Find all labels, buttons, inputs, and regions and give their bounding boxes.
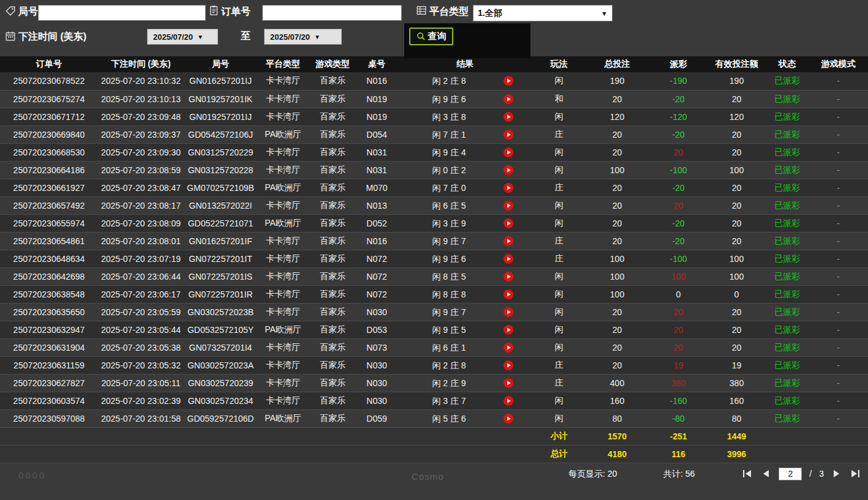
bet-time-cell: 2025-07-20 23:10:32 (98, 72, 184, 90)
video-play-icon[interactable] (504, 94, 513, 104)
table-no-cell: D052 (357, 214, 397, 232)
column-header: 下注时间 (美东) (98, 56, 184, 72)
result-text: 闲 0 庄 2 (397, 162, 501, 179)
video-play-icon[interactable] (504, 147, 513, 157)
game-type-cell: 百家乐 (309, 90, 357, 108)
chevron-down-icon: ▼ (197, 34, 203, 40)
next-page-icon[interactable] (831, 469, 842, 479)
date-from-value: 2025/07/20 (153, 32, 193, 42)
total-bet-cell: 20 (585, 321, 649, 338)
video-play-icon[interactable] (504, 236, 513, 246)
video-play-icon[interactable] (504, 165, 513, 175)
game-type-cell: 百家乐 (309, 250, 357, 267)
platform-type-select[interactable]: 1.全部 ▼ (473, 5, 613, 21)
table-no-cell: N031 (357, 161, 397, 179)
round-cell: GN019257201IJ (184, 108, 257, 125)
video-play-icon[interactable] (504, 289, 513, 299)
date-to-picker[interactable]: 2025/07/20 ▼ (264, 29, 342, 45)
grand-total-spacer-end (766, 445, 868, 463)
table-row: 250720230655974 2025-07-20 23:08:09 GD05… (0, 214, 868, 232)
platform-cell: 卡卡湾厅 (257, 374, 309, 392)
video-play-icon[interactable] (504, 112, 513, 122)
payout-cell: -100 (649, 250, 708, 267)
result-text: 闲 7 庄 1 (397, 126, 501, 144)
order-cell: 250720230655974 (0, 214, 98, 232)
video-play-icon[interactable] (504, 343, 513, 353)
bet-time-cell: 2025-07-20 23:05:44 (98, 321, 184, 338)
platform-type-label: 平台类型 (429, 6, 469, 18)
game-type-cell: 百家乐 (309, 392, 357, 409)
game-mode-cell: - (809, 214, 868, 232)
round-no-label: 局号 (18, 6, 38, 18)
video-play-icon[interactable] (504, 307, 513, 317)
filter-bar: 局号 订单号 平台类型 1.全部 ▼ (0, 0, 868, 56)
order-cell: 250720230631159 (0, 356, 98, 374)
column-header: 游戏模式 (809, 56, 868, 72)
valid-bet-cell: 20 (708, 90, 766, 108)
first-page-icon[interactable] (742, 469, 753, 479)
table-no-cell: N072 (357, 250, 397, 267)
status-cell: 已派彩 (766, 409, 809, 427)
video-play-icon[interactable] (504, 254, 513, 264)
table-no-cell: N016 (357, 232, 397, 250)
table-no-cell: N072 (357, 267, 397, 285)
platform-cell: 卡卡湾厅 (257, 196, 309, 214)
play-type-cell: 闲 (533, 108, 585, 125)
valid-bet-cell: 100 (708, 250, 766, 267)
search-icon (417, 32, 426, 41)
round-cell: GN019257201IK (184, 90, 257, 108)
payout-cell: -20 (649, 90, 708, 108)
play-type-cell: 庄 (533, 179, 585, 196)
play-type-cell: 庄 (533, 125, 585, 143)
date-to-label: 至 (241, 30, 251, 43)
status-cell: 已派彩 (766, 143, 809, 161)
subtotal-total-bet: 1570 (585, 427, 649, 445)
video-play-icon[interactable] (504, 325, 513, 335)
payout-cell: -190 (649, 72, 708, 90)
video-play-icon[interactable] (504, 183, 513, 193)
valid-bet-cell: 0 (708, 285, 766, 303)
round-cell: GN016257201IF (184, 232, 257, 250)
total-count-text: 共计: 56 (663, 469, 695, 480)
play-type-cell: 庄 (533, 356, 585, 374)
result-cell: 闲 8 庄 8 (397, 285, 533, 303)
video-play-icon[interactable] (504, 378, 513, 388)
platform-cell: 卡卡湾厅 (257, 90, 309, 108)
video-play-icon[interactable] (504, 201, 513, 211)
prev-page-icon[interactable] (760, 469, 771, 479)
date-to-value: 2025/07/20 (270, 32, 310, 42)
query-button[interactable]: 查询 (409, 28, 453, 45)
subtotal-label: 小计 (533, 427, 585, 445)
video-play-icon[interactable] (504, 130, 513, 140)
game-mode-cell: - (809, 374, 868, 392)
video-play-icon[interactable] (504, 272, 513, 282)
video-play-icon[interactable] (504, 414, 513, 424)
date-from-picker[interactable]: 2025/07/20 ▼ (147, 29, 218, 45)
order-cell: 250720230654861 (0, 232, 98, 250)
total-bet-cell: 160 (585, 392, 649, 409)
video-play-icon[interactable] (504, 218, 513, 228)
video-play-icon[interactable] (504, 360, 513, 370)
payout-cell: 20 (649, 303, 708, 321)
chevron-down-icon: ▼ (601, 10, 608, 17)
total-bet-cell: 80 (585, 409, 649, 427)
round-no-input[interactable] (38, 5, 206, 21)
result-text: 闲 9 庄 6 (397, 250, 501, 268)
summary-body: 小计 1570 -251 1449 总计 4180 116 3996 (0, 427, 868, 463)
bet-time-label: 下注时间 (美东) (18, 31, 86, 43)
last-page-icon[interactable] (850, 469, 861, 479)
payout-cell: -20 (649, 179, 708, 196)
tag-icon (5, 6, 16, 17)
result-cell: 闲 9 庄 4 (397, 143, 533, 161)
video-play-icon[interactable] (504, 76, 513, 86)
platform-type-value: 1.全部 (478, 8, 502, 19)
result-text: 闲 9 庄 6 (397, 91, 501, 108)
result-cell: 闲 9 庄 6 (397, 90, 533, 108)
total-bet-cell: 100 (585, 250, 649, 267)
current-page-input[interactable] (779, 468, 802, 480)
grand-total-valid-bet: 3996 (708, 445, 766, 463)
order-no-input[interactable] (262, 5, 402, 21)
result-text: 闲 6 庄 5 (397, 197, 501, 215)
video-play-icon[interactable] (504, 396, 513, 406)
grand-total-payout: 116 (649, 445, 708, 463)
